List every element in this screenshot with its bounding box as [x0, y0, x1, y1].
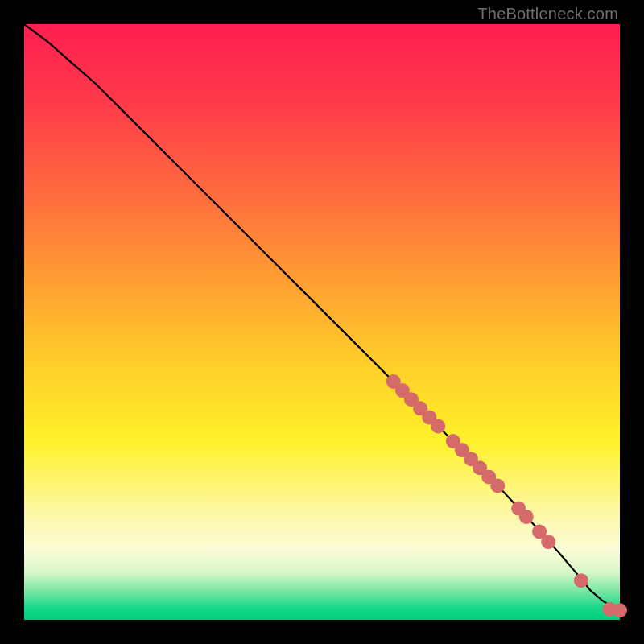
- chart-stage: TheBottleneck.com: [0, 0, 644, 644]
- scatter-point: [613, 603, 627, 617]
- scatter-point: [519, 510, 534, 524]
- scatter-point: [574, 573, 588, 588]
- attribution-text: TheBottleneck.com: [477, 5, 618, 23]
- plot-overlay: [24, 24, 620, 620]
- scatter-point: [431, 419, 445, 434]
- scatter-point: [490, 479, 505, 493]
- scatter-point: [541, 535, 555, 549]
